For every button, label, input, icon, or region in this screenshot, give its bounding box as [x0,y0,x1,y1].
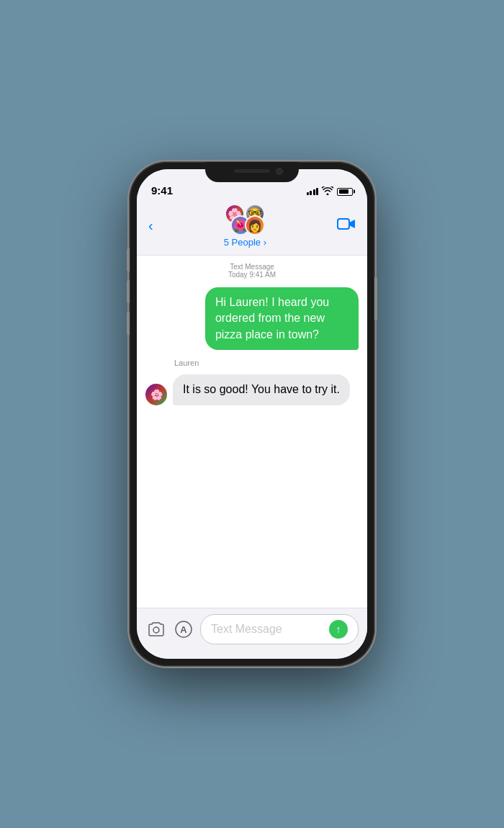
service-type-label: Text Message [145,263,359,271]
message-timestamp: Today 9:41 AM [145,271,359,279]
send-button[interactable]: ↑ [329,620,348,639]
input-toolbar: A Text Message ↑ [137,608,367,659]
notch-speaker [234,169,270,173]
sender-avatar: 🌸 [145,384,167,405]
group-name-label[interactable]: 5 People › [224,237,266,248]
battery-icon [337,188,353,196]
message-input[interactable]: Text Message [211,623,329,636]
sender-name-row: Lauren [145,356,359,369]
avatar-4: 👩 [245,215,265,235]
camera-button[interactable] [145,618,167,640]
message-input-container[interactable]: Text Message ↑ [200,614,359,644]
group-info[interactable]: 🌸 🤓 🌺 👩 5 People › [224,204,266,248]
send-arrow-icon: ↑ [336,624,341,635]
notch [205,162,299,182]
svg-text:A: A [180,624,187,635]
sender-name-label: Lauren [173,359,199,367]
phone-frame: 9:41 [130,162,374,666]
signal-bars-icon [307,188,319,195]
outgoing-message-row: Hi Lauren! I heard you ordered from the … [145,287,359,350]
phone-screen: 9:41 [137,169,367,659]
status-time: 9:41 [151,184,173,197]
incoming-message-row: 🌸 It is so good! You have to try it. [145,374,359,405]
message-meta: Text Message Today 9:41 AM [145,263,359,279]
incoming-bubble: It is so good! You have to try it. [173,374,350,405]
incoming-message-content: It is so good! You have to try it. [173,374,350,405]
back-button[interactable]: ‹ [148,220,153,233]
nav-header: ‹ 🌸 🤓 🌺 👩 [137,201,367,256]
notch-camera [276,168,283,175]
back-chevron-icon: ‹ [148,218,153,233]
outgoing-bubble: Hi Lauren! I heard you ordered from the … [205,287,359,350]
video-call-button[interactable] [337,217,356,235]
svg-rect-0 [338,219,349,229]
svg-point-1 [153,627,159,633]
apps-button[interactable]: A [173,618,194,640]
wifi-icon [322,186,333,197]
chat-area: Text Message Today 9:41 AM Hi Lauren! I … [137,256,367,608]
battery-fill [339,189,349,194]
avatars-cluster: 🌸 🤓 🌺 👩 [225,204,265,235]
status-icons [307,186,354,197]
